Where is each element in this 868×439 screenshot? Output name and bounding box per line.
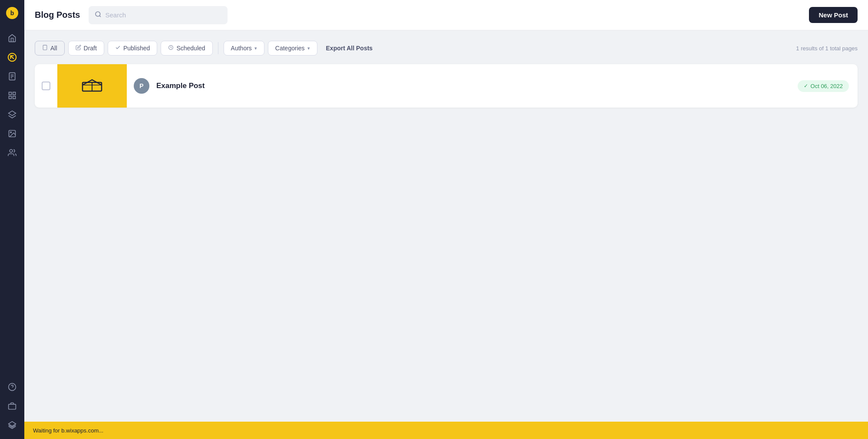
sidebar-item-pages[interactable]	[3, 68, 21, 85]
svg-rect-21	[43, 45, 47, 50]
new-post-button[interactable]: New Post	[809, 7, 858, 23]
content-area: All Draft Published Scheduled	[24, 30, 868, 439]
tab-published[interactable]: Published	[108, 41, 158, 56]
export-all-posts-button[interactable]: Export All Posts	[321, 41, 378, 55]
published-check-icon: ✓	[804, 83, 808, 89]
sidebar: b	[0, 0, 24, 439]
author-avatar: P	[134, 78, 149, 94]
sidebar-item-help[interactable]	[3, 378, 21, 396]
results-count: 1 results of 1 total pages	[796, 45, 858, 52]
sidebar-item-grid[interactable]	[3, 87, 21, 104]
svg-rect-7	[9, 92, 12, 95]
svg-rect-8	[13, 92, 16, 95]
post-checkbox[interactable]	[42, 82, 50, 90]
search-wrapper	[89, 6, 228, 24]
published-icon	[115, 45, 121, 52]
post-thumbnail	[57, 64, 127, 108]
thumbnail-icon	[80, 76, 104, 96]
svg-point-13	[10, 132, 11, 133]
sidebar-item-box[interactable]	[3, 397, 21, 415]
sidebar-item-stack[interactable]	[3, 416, 21, 434]
svg-rect-10	[13, 96, 16, 99]
svg-point-14	[10, 150, 13, 153]
svg-point-19	[96, 12, 100, 16]
search-input[interactable]	[105, 11, 221, 19]
categories-chevron-icon: ▾	[307, 46, 310, 51]
main-content: Blog Posts New Post All Draft	[24, 0, 868, 439]
filter-divider	[218, 42, 218, 54]
sidebar-item-home[interactable]	[3, 29, 21, 47]
svg-text:b: b	[10, 10, 14, 16]
svg-rect-17	[9, 404, 16, 410]
scheduled-icon	[168, 45, 174, 52]
page-title: Blog Posts	[35, 10, 80, 20]
search-icon	[95, 11, 102, 20]
header: Blog Posts New Post	[24, 0, 868, 30]
post-card[interactable]: P Example Post ✓ Oct 06, 2022	[35, 64, 858, 108]
post-title: Example Post	[156, 82, 791, 90]
svg-rect-9	[9, 96, 12, 99]
logo[interactable]: b	[4, 5, 20, 21]
post-date-badge: ✓ Oct 06, 2022	[798, 80, 849, 92]
sidebar-item-users[interactable]	[3, 144, 21, 161]
bottom-bar: Waiting for b.wixapps.com...	[24, 422, 868, 439]
bottom-bar-text: Waiting for b.wixapps.com...	[33, 427, 103, 434]
svg-line-20	[100, 16, 101, 17]
filter-bar: All Draft Published Scheduled	[35, 41, 858, 56]
authors-chevron-icon: ▾	[254, 46, 257, 51]
categories-dropdown[interactable]: Categories ▾	[268, 41, 317, 56]
all-icon	[42, 45, 48, 52]
tab-draft[interactable]: Draft	[68, 41, 104, 56]
authors-dropdown[interactable]: Authors ▾	[224, 41, 264, 56]
tab-all[interactable]: All	[35, 41, 65, 56]
draft-icon	[76, 45, 81, 52]
sidebar-item-media[interactable]	[3, 125, 21, 142]
sidebar-item-blog[interactable]	[3, 49, 21, 66]
tab-scheduled[interactable]: Scheduled	[161, 41, 212, 56]
sidebar-item-layers[interactable]	[3, 106, 21, 123]
svg-marker-11	[9, 111, 16, 116]
